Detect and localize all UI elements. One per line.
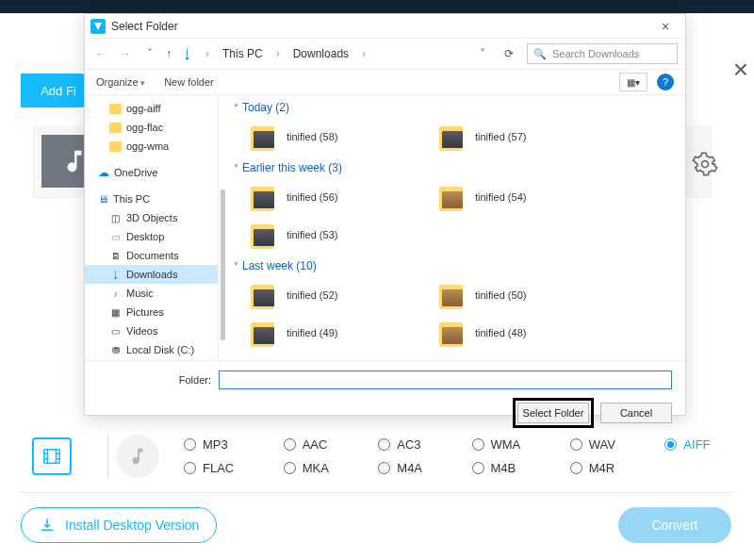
radio-aac[interactable]: AAC: [284, 437, 354, 452]
nav-forward-button[interactable]: →: [117, 47, 134, 60]
organize-menu[interactable]: Organize: [96, 76, 145, 88]
radio-mp3[interactable]: MP3: [184, 437, 259, 452]
radio-label: MP3: [203, 437, 228, 452]
tree-item-videos[interactable]: ▭Videos: [85, 321, 218, 340]
folder-item[interactable]: tinified (58): [232, 118, 420, 156]
radio-dot-icon: [378, 438, 390, 451]
tree-label: Music: [126, 288, 154, 299]
breadcrumb-sep: ›: [360, 47, 368, 60]
install-desktop-button[interactable]: Install Desktop Version: [21, 507, 217, 543]
pictures-icon: ▦: [109, 306, 122, 319]
folder-field-label: Folder:: [98, 374, 211, 386]
tree-item-downloads[interactable]: ⭣Downloads: [85, 265, 218, 284]
radio-dot-icon: [284, 438, 296, 451]
app-logo-icon: [90, 19, 106, 34]
dialog-nav: ← → ˅ ↑ ⭣ › This PC › Downloads › ˅ ⟳ 🔍 …: [85, 39, 685, 69]
item-label: tinified (48): [475, 327, 526, 338]
video-format-button[interactable]: [32, 437, 72, 475]
radio-m4b[interactable]: M4B: [472, 461, 546, 475]
new-folder-button[interactable]: New folder: [164, 76, 214, 88]
item-label: tinified (49): [287, 327, 337, 338]
breadcrumb-downloads[interactable]: Downloads: [289, 47, 352, 60]
help-button[interactable]: ?: [657, 74, 674, 91]
audio-format-badge[interactable]: [116, 435, 159, 478]
settings-button[interactable]: [692, 151, 718, 177]
svg-rect-1: [44, 450, 60, 464]
folder-item[interactable]: tinified (49): [232, 314, 420, 352]
folder-name-input[interactable]: [219, 371, 672, 389]
folder-item[interactable]: tinified (57): [420, 118, 609, 156]
radio-m4r[interactable]: M4R: [570, 461, 641, 475]
folder-item[interactable]: tinified (50): [420, 276, 609, 314]
dialog-close-button[interactable]: ×: [651, 19, 680, 34]
nav-recent-dropdown[interactable]: ˅: [141, 47, 158, 60]
desktop-icon: ▭: [109, 231, 122, 243]
svg-point-0: [702, 161, 709, 168]
tree-label: Videos: [126, 325, 157, 337]
tree-item-ogg-aiff[interactable]: ogg-aiff: [85, 99, 218, 118]
group-today[interactable]: ˅Today (2): [234, 101, 685, 114]
tree-item-desktop[interactable]: ▭Desktop: [85, 227, 218, 246]
tree-item-onedrive[interactable]: ☁OneDrive: [85, 163, 218, 182]
group-label: Last week (10): [242, 259, 317, 272]
refresh-button[interactable]: ⟳: [499, 47, 519, 60]
tree-item-documents[interactable]: 🗎Documents: [85, 246, 218, 265]
folder-item[interactable]: tinified (48): [420, 314, 609, 352]
app-titlebar: [0, 0, 754, 13]
format-options: MP3 AAC AC3 WMA WAV AIFF FLAC MKA M4A M4…: [178, 437, 735, 475]
close-button[interactable]: ×: [733, 57, 748, 83]
radio-wma[interactable]: WMA: [472, 437, 546, 452]
select-folder-dialog: Select Folder × ← → ˅ ↑ ⭣ › This PC › Do…: [84, 13, 686, 416]
radio-dot-icon: [184, 462, 196, 474]
address-dropdown[interactable]: ˅: [474, 47, 491, 60]
tree-label: Pictures: [126, 306, 164, 318]
breadcrumb-this-pc[interactable]: This PC: [219, 47, 267, 60]
tree-item-ogg-flac[interactable]: ogg-flac: [85, 118, 218, 137]
radio-mka[interactable]: MKA: [284, 461, 354, 475]
tree-item-this-pc[interactable]: 🖥This PC: [85, 189, 218, 208]
pane-splitter[interactable]: [219, 95, 228, 360]
group-lastweek[interactable]: ˅Last week (10): [234, 259, 685, 272]
radio-flac[interactable]: FLAC: [184, 461, 259, 475]
tree-label: This PC: [113, 193, 150, 205]
radio-aiff[interactable]: AIFF: [664, 437, 735, 452]
search-input[interactable]: 🔍 Search Downloads: [527, 43, 678, 64]
tree-item-3d-objects[interactable]: ◫3D Objects: [85, 208, 218, 227]
radio-dot-icon: [664, 438, 677, 451]
folder-thumb-icon: [251, 123, 277, 151]
folder-thumb-icon: [251, 319, 277, 347]
tree-item-local-disk[interactable]: ⛃Local Disk (C:): [85, 340, 218, 359]
radio-m4a[interactable]: M4A: [378, 461, 447, 475]
select-folder-button[interactable]: Select Folder: [517, 403, 589, 423]
folder-item[interactable]: tinified (56): [232, 178, 420, 216]
radio-wav[interactable]: WAV: [570, 437, 641, 452]
folder-item[interactable]: tinified (52): [232, 276, 420, 314]
convert-button[interactable]: Convert: [618, 507, 731, 543]
radio-dot-icon: [378, 462, 390, 474]
tree-item-music[interactable]: ♪Music: [85, 284, 218, 303]
group-earlier[interactable]: ˅Earlier this week (3): [234, 161, 685, 174]
chevron-down-icon: ˅: [234, 103, 238, 113]
radio-label: FLAC: [203, 461, 234, 475]
view-options-button[interactable]: ▦▾: [619, 73, 647, 91]
cancel-button[interactable]: Cancel: [600, 403, 672, 423]
folder-icon: [109, 141, 122, 152]
folder-item[interactable]: tinified (54): [420, 178, 609, 216]
film-icon: [41, 446, 62, 467]
radio-label: WAV: [589, 437, 615, 452]
radio-dot-icon: [472, 462, 484, 474]
separator: [19, 492, 735, 493]
tree-item-ogg-wma[interactable]: ogg-wma: [85, 137, 218, 156]
nav-back-button[interactable]: ←: [92, 47, 109, 60]
chevron-down-icon: ˅: [234, 261, 238, 272]
folder-item[interactable]: tinified (53): [232, 216, 420, 254]
file-pane: ˅Today (2) tinified (58) tinified (57) ˅…: [228, 95, 685, 360]
radio-dot-icon: [570, 462, 582, 474]
download-icon: [39, 517, 56, 534]
tree-label: Downloads: [126, 269, 177, 280]
nav-up-button[interactable]: ↑: [166, 47, 172, 60]
tree-label: Desktop: [126, 231, 164, 242]
radio-ac3[interactable]: AC3: [378, 437, 447, 452]
tree-item-pictures[interactable]: ▦Pictures: [85, 303, 218, 321]
music-icon: ♪: [109, 288, 122, 300]
